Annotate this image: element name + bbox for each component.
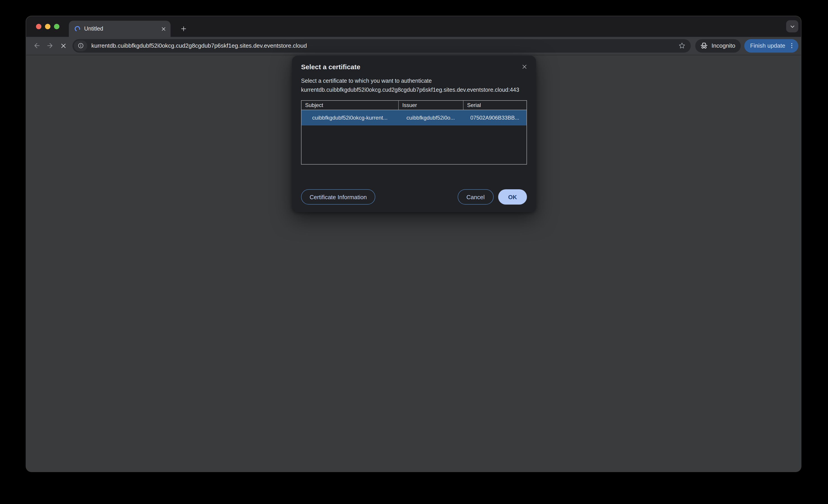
- browser-tab[interactable]: Untitled: [69, 21, 171, 37]
- incognito-icon: [700, 41, 708, 50]
- dialog-message: Select a certificate to which you want t…: [301, 77, 527, 95]
- incognito-badge: Incognito: [695, 39, 741, 52]
- browser-window: Untitled: [26, 16, 801, 472]
- dialog-header: Select a certificate: [301, 63, 527, 71]
- certificate-subject: cuibbfkgdubf52i0okcg-kurrent...: [301, 110, 398, 126]
- forward-button[interactable]: [43, 39, 57, 52]
- finish-update-label: Finish update: [750, 42, 785, 49]
- back-button[interactable]: [30, 39, 43, 52]
- certificate-serial: 07502A906B33BB...: [463, 110, 527, 126]
- window-controls: [36, 16, 59, 37]
- dialog-footer: Certificate Information Cancel OK: [301, 189, 527, 204]
- incognito-label: Incognito: [711, 42, 735, 49]
- zoom-window-button[interactable]: [54, 24, 59, 29]
- column-header-subject: Subject: [301, 101, 398, 110]
- column-header-serial: Serial: [463, 101, 527, 110]
- certificate-table: Subject Issuer Serial cuibbfkgdubf52i0ok…: [301, 100, 527, 165]
- certificate-information-button[interactable]: Certificate Information: [301, 189, 375, 204]
- tab-loading-spinner-icon: [74, 25, 81, 32]
- cancel-button[interactable]: Cancel: [457, 189, 494, 204]
- tab-strip: Untitled: [26, 16, 801, 37]
- page-content: Select a certificate Select a certificat…: [26, 55, 801, 472]
- desktop-background: Untitled: [0, 0, 828, 504]
- finish-update-button[interactable]: Finish update: [744, 39, 798, 52]
- tab-close-icon[interactable]: [159, 24, 168, 33]
- select-certificate-dialog: Select a certificate Select a certificat…: [292, 56, 536, 212]
- certificate-issuer: cuibbfkgdubf52i0o...: [398, 110, 463, 126]
- column-header-issuer: Issuer: [398, 101, 463, 110]
- site-info-button[interactable]: [74, 40, 87, 51]
- minimize-window-button[interactable]: [45, 24, 50, 29]
- browser-menu-kebab-icon[interactable]: [787, 41, 796, 51]
- bookmark-star-icon[interactable]: [677, 41, 687, 51]
- dialog-title: Select a certificate: [301, 63, 520, 71]
- certificate-table-empty-area[interactable]: [301, 126, 527, 164]
- certificate-table-header: Subject Issuer Serial: [301, 101, 527, 110]
- ok-button[interactable]: OK: [498, 189, 527, 204]
- stop-loading-button[interactable]: [57, 39, 70, 52]
- browser-toolbar: kurrentdb.cuibbfkgdubf52i0okcg.cud2g8cgd…: [26, 37, 801, 55]
- tab-search-chevron-button[interactable]: [786, 20, 798, 32]
- certificate-row-selected[interactable]: cuibbfkgdubf52i0okcg-kurrent... cuibbfkg…: [301, 110, 527, 126]
- address-bar[interactable]: kurrentdb.cuibbfkgdubf52i0okcg.cud2g8cgd…: [73, 39, 691, 52]
- url-text[interactable]: kurrentdb.cuibbfkgdubf52i0okcg.cud2g8cgd…: [91, 42, 677, 49]
- new-tab-button[interactable]: [177, 22, 190, 35]
- close-window-button[interactable]: [36, 24, 41, 29]
- dialog-close-icon[interactable]: [520, 62, 529, 71]
- tab-title: Untitled: [84, 26, 155, 32]
